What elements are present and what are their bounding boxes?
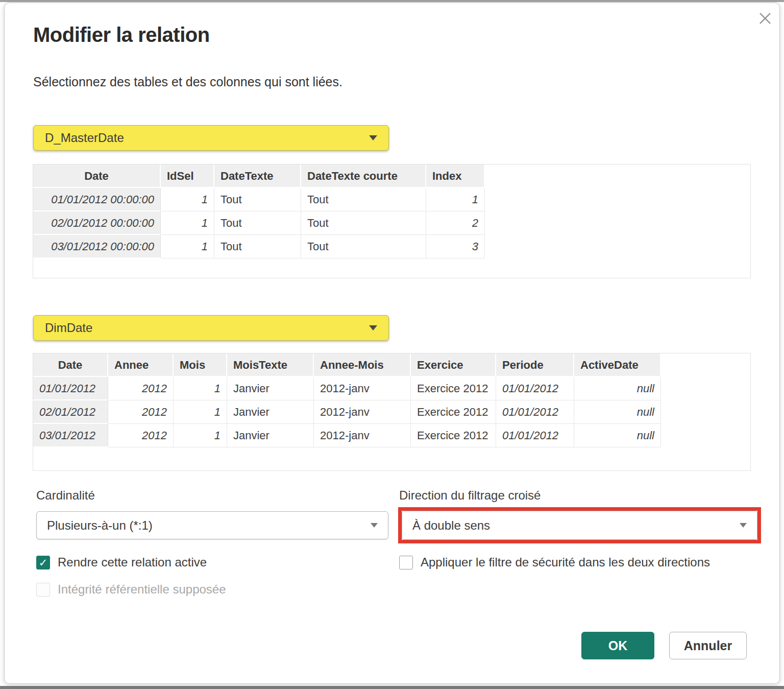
dialog-subtitle: Sélectionnez des tables et des colonnes … [33,75,342,89]
table-cell[interactable]: 02/01/2012 [33,400,108,424]
table2-col-header[interactable]: MoisTexte [227,353,314,377]
table-cell[interactable]: null [574,400,661,424]
checkbox-label: Appliquer le filtre de sécurité dans les… [421,555,710,569]
referential-integrity-checkbox: Intégrité référentielle supposée [36,582,226,597]
checkbox-checked-icon[interactable]: ✓ [36,556,50,569]
chevron-down-icon [369,325,377,330]
table-cell[interactable]: 03/01/2012 [33,424,108,447]
table2-col-header[interactable]: Annee-Mois [314,353,411,377]
security-filter-checkbox[interactable]: Appliquer le filtre de sécurité dans les… [399,555,710,569]
table1-col-header[interactable]: DateTexte courte [301,164,426,188]
table-row: 02/01/2012 2012 1 Janvier 2012-janv Exer… [33,400,750,424]
chevron-down-icon [371,523,378,528]
table-cell[interactable]: 2 [426,211,485,235]
table-cell[interactable]: 2012-janv [314,424,411,447]
table-cell[interactable]: Exercice 2012 [411,377,496,400]
table1-col-header[interactable]: Index [426,164,485,188]
table2-col-header[interactable]: Periode [496,353,574,377]
table-cell[interactable]: null [574,377,661,400]
table-row: 03/01/2012 2012 1 Janvier 2012-janv Exer… [33,424,750,447]
table-cell[interactable]: 2012 [108,377,174,400]
table1-selector-value: D_MasterDate [45,131,369,145]
table-cell[interactable]: 1 [161,188,214,211]
table-cell[interactable]: 01/01/2012 [496,400,574,424]
table1-col-header[interactable]: DateTexte [214,164,301,188]
table2-col-header[interactable]: Annee [108,353,174,377]
cross-filter-value: À double sens [412,518,740,533]
table-cell[interactable]: 1 [426,188,485,211]
table-cell[interactable]: Tout [301,211,426,235]
table2-col-header[interactable]: Date [33,353,108,377]
page-background: Modifier la relation Sélectionnez des ta… [0,0,784,689]
window-bottom-edge [0,686,784,689]
table-row: 03/01/2012 00:00:00 1 Tout Tout 3 [33,235,750,258]
table-cell[interactable]: 1 [174,424,227,447]
checkbox-label: Intégrité référentielle supposée [58,582,226,597]
table-cell[interactable]: 1 [174,400,227,424]
table-cell[interactable]: null [574,424,661,447]
table-cell[interactable]: Tout [214,188,301,211]
table-row: 01/01/2012 00:00:00 1 Tout Tout 1 [33,188,750,211]
cancel-button[interactable]: Annuler [669,632,747,659]
table-cell[interactable]: 1 [161,211,214,235]
table-row: 01/01/2012 2012 1 Janvier 2012-janv Exer… [33,377,750,400]
table1-selector-dropdown[interactable]: D_MasterDate [33,125,389,151]
table-cell[interactable]: 01/01/2012 [496,424,574,447]
table-cell[interactable]: 1 [174,377,227,400]
cross-filter-dropdown[interactable]: À double sens [402,511,757,540]
table2-selector-value: DimDate [45,321,369,335]
table-cell[interactable]: Janvier [227,377,314,400]
table2-preview: Date Annee Mois MoisTexte Annee-Mois Exe… [33,353,751,471]
table-cell[interactable]: 01/01/2012 00:00:00 [33,188,161,211]
table2-col-header[interactable]: Exercice [411,353,496,377]
table-cell[interactable]: 2012 [108,424,174,447]
checkbox-unchecked-icon[interactable] [399,556,413,569]
checkbox-disabled-icon [36,583,50,597]
table-cell[interactable]: 01/01/2012 [496,377,574,400]
table-cell[interactable]: 03/01/2012 00:00:00 [33,235,161,258]
table-cell[interactable]: 2012 [108,400,174,424]
cardinality-dropdown[interactable]: Plusieurs-à-un (*:1) [36,511,388,539]
table-row: 02/01/2012 00:00:00 1 Tout Tout 2 [33,211,750,235]
make-relation-active-checkbox[interactable]: ✓ Rendre cette relation active [36,555,207,569]
ok-button[interactable]: OK [581,632,654,659]
cardinality-label: Cardinalité [36,488,95,503]
table2-col-header[interactable]: Mois [174,353,227,377]
table-cell[interactable]: 3 [426,235,485,258]
table-cell[interactable]: 1 [161,235,214,258]
table-cell[interactable]: Tout [301,188,426,211]
table2-header-row: Date Annee Mois MoisTexte Annee-Mois Exe… [33,353,750,377]
edit-relationship-dialog: Modifier la relation Sélectionnez des ta… [4,3,780,684]
cardinality-value: Plusieurs-à-un (*:1) [47,518,371,533]
highlight-annotation: À double sens [398,507,761,543]
table1-preview: Date IdSel DateTexte DateTexte courte In… [33,164,751,278]
chevron-down-icon [740,523,747,528]
window-top-edge [0,0,784,2]
cross-filter-label: Direction du filtrage croisé [399,488,541,503]
table-cell[interactable]: Tout [214,211,301,235]
table-cell[interactable]: Janvier [227,424,314,447]
table2-col-header[interactable]: ActiveDate [574,353,661,377]
table1-col-header[interactable]: Date [33,164,161,188]
table-cell[interactable]: 2012-janv [314,400,411,424]
table2-selector-dropdown[interactable]: DimDate [33,315,389,341]
table-cell[interactable]: 2012-janv [314,377,411,400]
table1-header-row: Date IdSel DateTexte DateTexte courte In… [33,164,750,188]
table-cell[interactable]: Exercice 2012 [411,400,496,424]
close-icon[interactable] [754,7,776,30]
table-cell[interactable]: 02/01/2012 00:00:00 [33,211,161,235]
table-cell[interactable]: Janvier [227,400,314,424]
table-cell[interactable]: Exercice 2012 [411,424,496,447]
checkbox-label: Rendre cette relation active [58,555,207,569]
table-cell[interactable]: 01/01/2012 [33,377,108,400]
table-cell[interactable]: Tout [301,235,426,258]
chevron-down-icon [369,135,377,140]
table-cell[interactable]: Tout [214,235,301,258]
dialog-title: Modifier la relation [33,23,210,46]
table1-col-header[interactable]: IdSel [161,164,214,188]
